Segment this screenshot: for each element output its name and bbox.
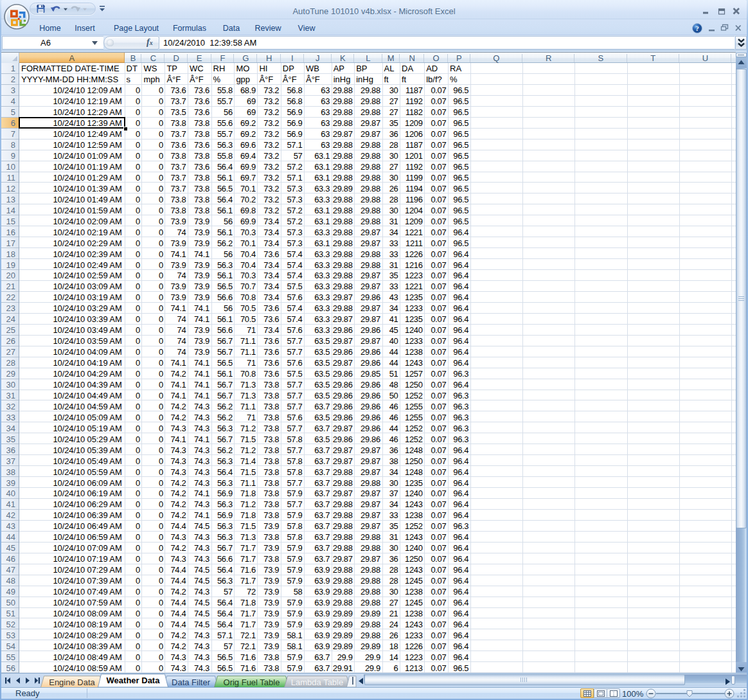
svg-text:?: ? [695,24,699,32]
